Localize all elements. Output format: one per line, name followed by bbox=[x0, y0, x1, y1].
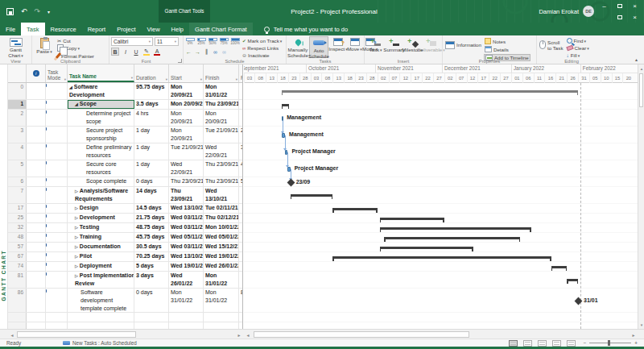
finish-cell[interactable]: Wed 05/01/22 bbox=[204, 233, 239, 242]
duration-cell[interactable]: 0 days bbox=[134, 177, 169, 186]
zoom-slider-thumb[interactable] bbox=[608, 340, 610, 346]
collapse-outline-icon[interactable]: ◢ bbox=[75, 102, 78, 106]
duration-cell[interactable]: 14 days bbox=[134, 187, 169, 203]
expand-outline-icon[interactable]: ▷ bbox=[75, 206, 78, 210]
timescale-day[interactable]: 08 bbox=[321, 73, 332, 83]
font-size-select[interactable]: 11▾ bbox=[155, 37, 179, 46]
percent-25-button[interactable]: 25% bbox=[196, 38, 206, 45]
paste-button[interactable]: Paste bbox=[34, 36, 55, 58]
finish-cell[interactable]: Mon 31/01/22 bbox=[204, 272, 239, 288]
task-name-cell[interactable]: ▷Pilot bbox=[68, 252, 134, 261]
finish-cell[interactable] bbox=[204, 313, 239, 322]
row-number-cell[interactable]: 17 bbox=[8, 204, 27, 213]
task-mode-cell[interactable] bbox=[46, 110, 68, 126]
scroll-down-icon[interactable]: ▾ bbox=[638, 321, 644, 329]
new-tasks-mode-button[interactable]: New Tasks : Auto Scheduled bbox=[72, 340, 137, 346]
finish-cell[interactable]: Thu 02/12/21 bbox=[204, 214, 239, 222]
start-cell[interactable]: Mon 20/09/21 bbox=[169, 100, 204, 109]
duration-cell[interactable]: 1 day bbox=[134, 143, 169, 160]
info-cell[interactable] bbox=[27, 214, 46, 222]
summary-bar[interactable] bbox=[380, 227, 531, 230]
percent-75-button[interactable]: 75% bbox=[219, 38, 229, 45]
pred-cell[interactable]: 4 bbox=[239, 160, 243, 177]
task-bar[interactable] bbox=[282, 116, 283, 121]
info-cell[interactable] bbox=[27, 83, 46, 99]
bold-button[interactable]: B bbox=[111, 48, 119, 56]
finish-cell[interactable]: Mon 20/09/21 bbox=[204, 110, 239, 126]
duration-cell[interactable]: 3.5 days bbox=[134, 100, 169, 109]
tab-report[interactable]: Report bbox=[82, 23, 112, 35]
timescale-day[interactable]: 07 bbox=[456, 73, 467, 83]
timescale-day[interactable]: 13 bbox=[266, 73, 277, 83]
start-cell[interactable]: Wed 22/09/21 bbox=[169, 160, 204, 177]
task-bar[interactable] bbox=[285, 150, 287, 155]
row-number-cell[interactable]: 1 bbox=[8, 100, 27, 109]
restore-button[interactable] bbox=[612, 0, 627, 11]
row-number-cell[interactable]: 74 bbox=[8, 262, 27, 271]
pred-cell[interactable] bbox=[239, 110, 243, 126]
duration-cell[interactable]: 21.75 days bbox=[134, 214, 169, 222]
vertical-scrollbar-thumb[interactable] bbox=[639, 73, 643, 107]
pred-cell[interactable] bbox=[239, 233, 243, 242]
duration-cell[interactable]: 70.25 days bbox=[134, 252, 169, 261]
info-cell[interactable] bbox=[27, 110, 46, 126]
start-cell[interactable]: Wed 26/01/22 bbox=[169, 272, 204, 288]
task-name-cell[interactable]: ▷Post Implementation Review bbox=[68, 272, 134, 288]
task-mode-cell[interactable] bbox=[46, 204, 68, 213]
info-cell[interactable] bbox=[27, 177, 46, 186]
start-cell[interactable]: Tue 21/09/21 bbox=[169, 143, 204, 160]
unlink-tasks-icon[interactable]: ∞ bbox=[221, 49, 228, 55]
task-name-cell[interactable]: ▷Training bbox=[68, 233, 134, 242]
account-chip[interactable]: Damian Erokat DE bbox=[539, 0, 594, 23]
timescale-day[interactable]: 02 bbox=[444, 73, 456, 83]
start-cell[interactable]: Wed 03/11/21 bbox=[169, 243, 204, 251]
row-number-cell[interactable]: 25 bbox=[8, 214, 27, 222]
manually-schedule-button[interactable]: Manually Schedule bbox=[288, 36, 308, 58]
timescale-day[interactable]: 18 bbox=[344, 73, 355, 83]
info-cell[interactable] bbox=[27, 252, 46, 261]
close-button[interactable]: × bbox=[627, 0, 642, 11]
column-header-info[interactable]: i bbox=[27, 64, 46, 82]
collapse-ribbon-icon[interactable]: ▴ bbox=[635, 56, 638, 62]
timescale-month[interactable]: February 2022 bbox=[580, 64, 638, 73]
expand-outline-icon[interactable]: ▷ bbox=[75, 215, 78, 220]
find-button[interactable]: Find bbox=[566, 38, 590, 44]
column-header-predecessors[interactable]: Predecessors▾ bbox=[239, 64, 243, 82]
task-mode-cell[interactable] bbox=[46, 83, 68, 99]
respect-links-button[interactable]: ∞ Respect Links bbox=[242, 45, 283, 51]
duration-cell[interactable] bbox=[134, 313, 169, 322]
start-cell[interactable]: Wed 13/10/21 bbox=[169, 204, 204, 213]
task-name-cell[interactable]: Software development template complete bbox=[68, 289, 134, 312]
info-cell[interactable] bbox=[27, 322, 46, 329]
timescale-day[interactable]: 28 bbox=[299, 73, 311, 83]
timescale[interactable]: September 2021October 2021November 2021D… bbox=[244, 64, 638, 83]
summary-bar[interactable] bbox=[291, 194, 333, 197]
duration-cell[interactable]: 0 days bbox=[134, 289, 169, 312]
percent-100-button[interactable]: 100% bbox=[230, 38, 240, 45]
timescale-day[interactable]: 12 bbox=[399, 73, 411, 83]
underline-button[interactable]: U bbox=[132, 48, 140, 56]
timescale-day[interactable]: 03 bbox=[244, 73, 254, 83]
pred-cell[interactable]: 5 bbox=[239, 177, 243, 186]
pred-cell[interactable] bbox=[239, 262, 243, 271]
duration-cell[interactable]: 30.5 days bbox=[134, 243, 169, 251]
finish-cell[interactable]: Thu 23/09/21 bbox=[204, 160, 239, 177]
finish-cell[interactable]: Wed 15/12/21 bbox=[204, 243, 239, 251]
timescale-day[interactable]: 27 bbox=[500, 73, 511, 83]
finish-cell[interactable]: Thu 23/09/21 bbox=[204, 177, 239, 186]
start-cell[interactable]: Mon 20/09/21 bbox=[169, 83, 204, 99]
timescale-day[interactable]: 02 bbox=[378, 73, 389, 83]
task-mode-cell[interactable] bbox=[46, 187, 68, 203]
start-cell[interactable]: Mon 20/09/21 bbox=[169, 127, 204, 143]
info-cell[interactable] bbox=[27, 143, 46, 160]
task-mode-cell[interactable] bbox=[46, 262, 68, 271]
row-number-cell[interactable]: 67 bbox=[8, 252, 27, 261]
report-view-button[interactable] bbox=[567, 340, 576, 347]
task-bar[interactable] bbox=[282, 133, 285, 138]
timescale-day[interactable]: 12 bbox=[467, 73, 478, 83]
row-number-cell[interactable]: 0 bbox=[8, 83, 27, 99]
row-number-cell[interactable]: 3 bbox=[8, 127, 27, 143]
task-name-cell[interactable]: ▷Testing bbox=[68, 223, 134, 232]
task-name-cell[interactable] bbox=[68, 313, 134, 322]
start-cell[interactable]: Wed 03/11/21 bbox=[169, 214, 204, 222]
